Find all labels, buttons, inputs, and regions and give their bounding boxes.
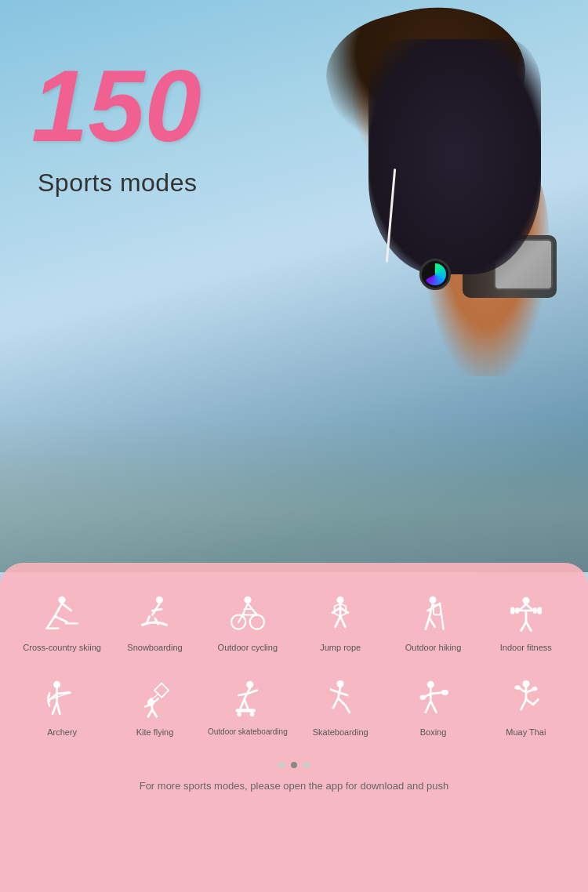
jump-rope-icon [319, 593, 362, 636]
svg-line-72 [339, 692, 347, 695]
sports-grid-row1: Cross-country skiing Snowboarding [0, 563, 588, 667]
svg-point-84 [522, 680, 529, 687]
svg-point-68 [250, 713, 254, 716]
outdoor-hiking-icon [412, 593, 455, 636]
svg-point-79 [441, 690, 448, 695]
muay-thai-icon [504, 677, 547, 720]
svg-line-3 [62, 603, 71, 610]
snowboarding-icon [133, 593, 176, 636]
cross-country-skiing-icon [41, 593, 84, 636]
muay-thai-label: Muay Thai [506, 727, 546, 738]
pagination-dots [0, 752, 588, 776]
skateboarding-icon [319, 677, 362, 720]
svg-point-14 [244, 596, 251, 603]
svg-line-44 [526, 622, 531, 630]
svg-line-59 [153, 709, 157, 716]
svg-point-89 [532, 687, 537, 691]
svg-line-29 [430, 618, 435, 627]
sport-item-outdoor-hiking: Outdoor hiking [387, 586, 479, 659]
kite-flying-label: Kite flying [136, 727, 174, 738]
svg-line-65 [241, 699, 245, 708]
svg-line-83 [431, 701, 437, 713]
svg-line-74 [338, 698, 345, 705]
dot-1[interactable] [278, 762, 285, 768]
svg-point-81 [420, 694, 426, 699]
svg-line-23 [340, 616, 345, 627]
skateboarding-label: Skateboarding [313, 727, 368, 738]
sport-item-skateboarding: Skateboarding [294, 671, 387, 744]
sport-item-boxing: Boxing [387, 671, 479, 744]
svg-line-91 [526, 699, 533, 704]
svg-line-2 [48, 616, 55, 627]
outdoor-cycling-label: Outdoor cycling [218, 642, 278, 653]
svg-line-28 [426, 618, 430, 629]
outdoor-skateboarding-label: Outdoor skateboarding [208, 727, 288, 737]
kite-flying-icon [133, 677, 176, 720]
svg-line-73 [333, 698, 338, 708]
archery-icon [41, 677, 84, 720]
svg-line-90 [521, 699, 525, 709]
svg-line-57 [146, 705, 151, 707]
svg-rect-66 [235, 709, 255, 713]
dot-3[interactable] [303, 762, 310, 768]
svg-line-24 [332, 607, 340, 612]
archery-label: Archery [47, 727, 77, 738]
outdoor-skateboarding-icon [226, 677, 269, 720]
svg-line-82 [426, 701, 430, 713]
svg-line-48 [57, 702, 60, 714]
hero-number: 150 [31, 55, 201, 157]
sports-grid-row2: Archery [0, 667, 588, 752]
svg-line-25 [340, 607, 348, 612]
svg-point-34 [522, 596, 529, 604]
svg-point-67 [237, 713, 241, 716]
svg-line-87 [526, 690, 533, 693]
snowboarding-label: Snowboarding [127, 642, 182, 653]
sport-item-outdoor-cycling: Outdoor cycling [201, 586, 294, 659]
dot-2[interactable] [291, 762, 297, 768]
cross-country-skiing-label: Cross-country skiing [23, 642, 101, 653]
sport-item-jump-rope: Jump rope [294, 586, 387, 659]
hero-section: 150 Sports modes [0, 0, 588, 572]
svg-line-71 [331, 690, 339, 693]
svg-line-86 [519, 688, 526, 692]
svg-point-69 [337, 680, 344, 687]
svg-line-75 [346, 705, 350, 713]
jump-rope-label: Jump rope [320, 642, 361, 653]
boxing-icon [412, 677, 455, 720]
sport-item-cross-country-skiing: Cross-country skiing [16, 586, 108, 659]
svg-line-92 [533, 699, 538, 704]
sport-item-muay-thai: Muay Thai [480, 671, 572, 744]
indoor-fitness-label: Indoor fitness [500, 642, 552, 653]
outdoor-hiking-label: Outdoor hiking [405, 642, 462, 653]
svg-line-43 [521, 622, 525, 630]
footer-text: For more sports modes, please open the a… [0, 776, 588, 800]
sports-card: Cross-country skiing Snowboarding [0, 563, 588, 892]
sport-item-snowboarding: Snowboarding [108, 586, 201, 659]
svg-rect-36 [510, 607, 514, 614]
svg-line-1 [55, 603, 62, 615]
svg-line-9 [153, 609, 162, 611]
svg-line-58 [148, 709, 152, 716]
svg-rect-37 [537, 607, 541, 614]
sport-item-indoor-fitness: Indoor fitness [480, 586, 572, 659]
sport-item-archery: Archery [16, 671, 108, 744]
svg-line-33 [441, 603, 445, 629]
sport-item-outdoor-skateboarding: Outdoor skateboarding [201, 671, 294, 744]
svg-line-22 [336, 616, 340, 627]
svg-line-63 [238, 694, 247, 695]
sport-item-kite-flying: Kite flying [108, 671, 201, 744]
svg-point-13 [250, 615, 264, 629]
indoor-fitness-icon [504, 593, 547, 636]
hero-subtitle: Sports modes [38, 169, 197, 198]
outdoor-cycling-icon [226, 593, 269, 636]
svg-point-88 [514, 685, 520, 689]
svg-line-4 [55, 616, 67, 622]
boxing-label: Boxing [420, 727, 447, 738]
